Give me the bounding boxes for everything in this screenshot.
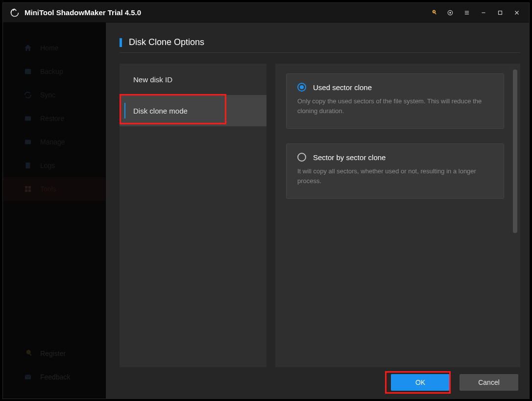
option-title: Used sector clone bbox=[313, 83, 372, 92]
home-icon bbox=[24, 44, 32, 52]
heading-accent bbox=[120, 38, 122, 47]
mail-icon bbox=[24, 373, 32, 381]
option-description: It will copy all sectors, whether used o… bbox=[297, 166, 493, 186]
category-label: New disk ID bbox=[133, 75, 172, 84]
sidebar-item-label: Home bbox=[40, 44, 58, 52]
options-category-panel: New disk ID Disk clone mode bbox=[120, 64, 266, 367]
restore-icon bbox=[24, 114, 32, 123]
svg-rect-9 bbox=[25, 69, 31, 74]
sidebar-item-label: Feedback bbox=[40, 373, 70, 381]
svg-point-1 bbox=[450, 12, 451, 13]
svg-rect-17 bbox=[25, 375, 31, 379]
category-new-disk-id[interactable]: New disk ID bbox=[120, 64, 266, 95]
radio-sector-by-sector[interactable] bbox=[297, 153, 306, 162]
svg-rect-11 bbox=[25, 140, 31, 144]
key-icon bbox=[24, 349, 32, 358]
svg-rect-13 bbox=[25, 186, 27, 189]
maximize-button[interactable] bbox=[492, 3, 508, 23]
svg-rect-16 bbox=[28, 189, 31, 192]
svg-rect-15 bbox=[25, 189, 27, 192]
scrollbar-thumb[interactable] bbox=[513, 70, 517, 233]
titlebar: MiniTool ShadowMaker Trial 4.5.0 bbox=[3, 3, 529, 23]
sidebar-item-label: Register bbox=[40, 350, 66, 357]
sidebar-item-feedback[interactable]: Feedback bbox=[3, 365, 105, 389]
app-logo-icon bbox=[10, 8, 20, 18]
content-area: Disk Clone Options New disk ID Disk clon… bbox=[106, 23, 529, 399]
sidebar-item-backup[interactable]: Backup bbox=[3, 60, 105, 83]
sidebar-item-sync[interactable]: Sync bbox=[3, 83, 105, 107]
app-window: MiniTool ShadowMaker Trial 4.5.0 bbox=[2, 2, 530, 399]
minimize-button[interactable] bbox=[475, 3, 492, 23]
logs-icon bbox=[24, 161, 32, 170]
sidebar-item-restore[interactable]: Restore bbox=[3, 107, 105, 130]
svg-rect-14 bbox=[28, 186, 31, 189]
sidebar-item-logs[interactable]: Logs bbox=[3, 154, 105, 177]
sidebar-item-tools[interactable]: Tools bbox=[3, 177, 105, 201]
ok-button-label: OK bbox=[415, 378, 425, 386]
sidebar-item-register[interactable]: Register bbox=[3, 342, 105, 365]
app-title: MiniTool ShadowMaker Trial 4.5.0 bbox=[24, 8, 141, 17]
options-detail-panel: Used sector clone Only copy the used sec… bbox=[275, 64, 520, 367]
backup-icon bbox=[24, 67, 32, 76]
option-used-sector-clone[interactable]: Used sector clone Only copy the used sec… bbox=[286, 73, 504, 129]
category-label: Disk clone mode bbox=[133, 107, 188, 115]
option-title: Sector by sector clone bbox=[313, 153, 386, 162]
sidebar: Home Backup Sync bbox=[3, 23, 106, 399]
sidebar-item-home[interactable]: Home bbox=[3, 36, 105, 60]
sidebar-item-label: Backup bbox=[40, 68, 63, 75]
tools-icon bbox=[24, 185, 32, 193]
manage-icon bbox=[24, 138, 32, 146]
sidebar-item-manage[interactable]: Manage bbox=[3, 130, 105, 154]
menu-icon[interactable] bbox=[459, 3, 475, 23]
scrollbar[interactable] bbox=[513, 70, 517, 361]
sidebar-item-label: Manage bbox=[40, 138, 65, 146]
cancel-button-label: Cancel bbox=[478, 378, 500, 386]
svg-rect-6 bbox=[499, 11, 502, 14]
disk-icon[interactable] bbox=[442, 3, 459, 23]
sidebar-item-label: Logs bbox=[40, 162, 55, 169]
radio-used-sector[interactable] bbox=[297, 83, 306, 92]
sidebar-item-label: Sync bbox=[40, 91, 55, 99]
sidebar-item-label: Tools bbox=[40, 185, 56, 193]
key-icon[interactable] bbox=[425, 3, 442, 23]
page-heading: Disk Clone Options bbox=[120, 37, 520, 53]
dialog-footer: OK Cancel bbox=[120, 374, 520, 391]
cancel-button[interactable]: Cancel bbox=[459, 374, 518, 391]
page-title: Disk Clone Options bbox=[129, 37, 204, 47]
sidebar-item-label: Restore bbox=[40, 115, 64, 122]
option-description: Only copy the used sectors of the file s… bbox=[297, 96, 493, 116]
category-disk-clone-mode[interactable]: Disk clone mode bbox=[120, 95, 266, 126]
close-button[interactable] bbox=[508, 3, 525, 23]
ok-button[interactable]: OK bbox=[391, 374, 450, 391]
sync-icon bbox=[24, 91, 32, 99]
svg-rect-12 bbox=[26, 163, 30, 168]
option-sector-by-sector-clone[interactable]: Sector by sector clone It will copy all … bbox=[286, 143, 504, 199]
svg-rect-10 bbox=[25, 117, 31, 121]
